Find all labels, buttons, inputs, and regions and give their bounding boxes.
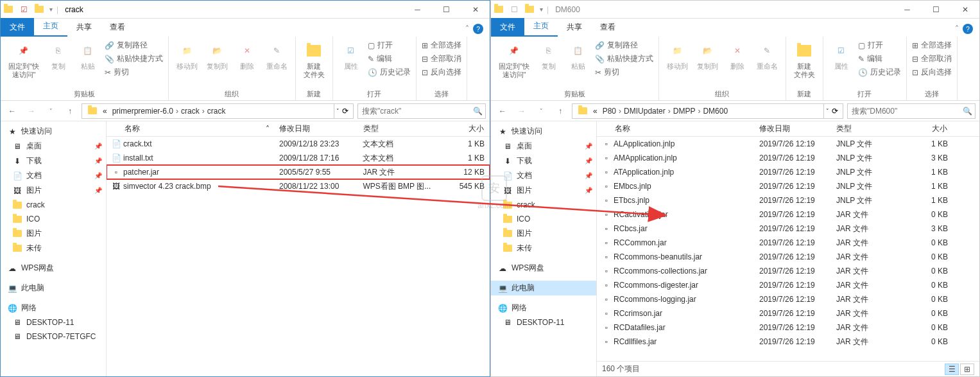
newfolder-button[interactable]: 新建 文件夹 — [301, 39, 327, 80]
search-icon[interactable]: 🔍 — [959, 107, 975, 116]
recent-dropdown-icon[interactable]: ˅ — [533, 103, 549, 119]
sidebar-item-桌面[interactable]: 🖥桌面📌 — [1, 139, 106, 153]
close-button[interactable]: ✕ — [950, 1, 979, 19]
selectnone-button[interactable]: ⊟全部取消 — [912, 53, 952, 65]
paste-button[interactable]: 📋 粘贴 — [75, 39, 101, 72]
maximize-button[interactable]: ☐ — [432, 1, 461, 19]
forward-button[interactable]: → — [24, 103, 39, 119]
breadcrumb[interactable]: « primerpremier-6.0› crack› crack ˅⟳ — [82, 103, 354, 119]
table-row[interactable]: ▫RCcommons-logging.jar2019/7/26 12:19JAR… — [597, 292, 979, 306]
minimize-button[interactable]: ─ — [893, 1, 922, 19]
tab-view[interactable]: 查看 — [101, 18, 134, 37]
table-row[interactable]: ▫RCbcs.jar2019/7/26 12:19JAR 文件3 KB — [597, 222, 979, 236]
sidebar-item-ICO[interactable]: ICO — [1, 212, 106, 226]
col-type[interactable]: 类型 — [358, 121, 442, 136]
refresh-icon[interactable]: ⟳ — [832, 107, 838, 116]
sort-indicator-icon[interactable]: ˄ — [261, 121, 274, 136]
table-row[interactable]: ▫RCactivation.jar2019/7/26 12:19JAR 文件0 … — [597, 207, 979, 222]
table-row[interactable]: 📄crack.txt2009/12/18 23:23文本文档1 KB — [107, 137, 490, 151]
sidebar-item-ICO[interactable]: ICO — [491, 212, 596, 226]
sidebar-item-此电脑[interactable]: 💻此电脑 — [1, 281, 106, 295]
sidebar-item-网络[interactable]: 🌐网络 — [1, 301, 106, 315]
col-size[interactable]: 大小 — [442, 121, 490, 136]
qat-dropdown-icon[interactable]: ▾ — [537, 6, 546, 13]
sidebar-item-未传[interactable]: 未传 — [1, 241, 106, 256]
icons-view-icon[interactable]: ⊞ — [960, 364, 974, 375]
table-row[interactable]: ▫ALApplication.jnlp2019/7/26 12:19JNLP 文… — [597, 137, 979, 151]
selectnone-button[interactable]: ⊟全部取消 — [422, 53, 461, 65]
col-type[interactable]: 类型 — [831, 121, 908, 136]
up-button[interactable]: ↑ — [553, 103, 568, 119]
sidebar-item-未传[interactable]: 未传 — [491, 241, 596, 256]
copy-path-button[interactable]: 🔗复制路径 — [595, 39, 653, 51]
table-row[interactable]: ▫AMApplication.jnlp2019/7/26 12:19JNLP 文… — [597, 151, 979, 165]
copyto-button[interactable]: 📂复制到 — [204, 39, 230, 72]
col-size[interactable]: 大小 — [908, 121, 953, 136]
minimize-button[interactable]: ─ — [403, 1, 432, 19]
history-button[interactable]: 🕓历史记录 — [368, 66, 411, 78]
sidebar-item-DESKTOP-11[interactable]: 🖥DESKTOP-11 — [1, 315, 106, 329]
check-icon[interactable]: ☐ — [509, 4, 519, 15]
copy-button[interactable]: ⎘ 复制 — [46, 39, 71, 72]
tab-view[interactable]: 查看 — [591, 18, 624, 37]
delete-button[interactable]: ✕删除 — [234, 39, 260, 72]
copy-button[interactable]: ⎘复制 — [536, 39, 562, 72]
open-button[interactable]: ▢打开 — [368, 39, 411, 51]
table-row[interactable]: ▫EMbcs.jnlp2019/7/26 12:19JNLP 文件1 KB — [597, 179, 979, 193]
recent-dropdown-icon[interactable]: ˅ — [43, 103, 58, 119]
sidebar-item-WPS网盘[interactable]: ☁WPS网盘 — [1, 261, 106, 276]
moveto-button[interactable]: 📁移动到 — [174, 39, 200, 72]
dropdown-icon[interactable]: ˅ — [826, 108, 832, 114]
dropdown-icon[interactable]: ˅ — [336, 108, 342, 114]
close-button[interactable]: ✕ — [461, 1, 490, 19]
sidebar-item-桌面[interactable]: 🖥桌面📌 — [491, 139, 596, 153]
rename-button[interactable]: ✎重命名 — [264, 39, 290, 72]
tab-share[interactable]: 共享 — [67, 18, 101, 37]
table-row[interactable]: ▫ATApplication.jnlp2019/7/26 12:19JNLP 文… — [597, 165, 979, 179]
table-row[interactable]: 🖼simvector 4.23 crack.bmp2008/11/22 13:0… — [107, 179, 490, 193]
sidebar-item-下载[interactable]: ⬇下载📌 — [1, 153, 106, 168]
paste-shortcut-button[interactable]: 📎粘贴快捷方式 — [595, 53, 653, 65]
collapse-ribbon-icon[interactable]: ˄ — [465, 24, 469, 33]
sidebar-item-crack[interactable]: crack — [1, 198, 106, 212]
open-button[interactable]: ▢打开 — [858, 39, 901, 51]
selectall-button[interactable]: ⊞全部选择 — [912, 39, 952, 51]
sidebar-item-此电脑[interactable]: 💻此电脑 — [491, 281, 596, 295]
edit-button[interactable]: ✎编辑 — [858, 53, 901, 65]
history-button[interactable]: 🕓历史记录 — [858, 66, 901, 78]
tab-share[interactable]: 共享 — [558, 18, 591, 37]
edit-button[interactable]: ✎编辑 — [368, 53, 411, 65]
search-icon[interactable]: 🔍 — [470, 107, 485, 116]
properties-button[interactable]: ☑属性 — [338, 39, 364, 72]
cut-button[interactable]: ✂剪切 — [595, 66, 653, 78]
sidebar-item-网络[interactable]: 🌐网络 — [491, 301, 596, 315]
search-box[interactable]: 🔍 — [357, 103, 486, 119]
sidebar-item-图片[interactable]: 🖼图片📌 — [1, 183, 106, 198]
table-row[interactable]: ▫RCdllfiles.jar2019/7/26 12:19JAR 文件0 KB — [597, 335, 979, 349]
pin-button[interactable]: 📌固定到"快 速访问" — [496, 39, 532, 80]
search-input[interactable] — [358, 107, 470, 116]
copy-path-button[interactable]: 🔗复制路径 — [105, 39, 163, 51]
sidebar-item-快速访问[interactable]: ★快速访问 — [491, 124, 596, 139]
tab-home[interactable]: 主页 — [524, 17, 558, 37]
sidebar-item-DESKTOP-7ETGFC[interactable]: 🖥DESKTOP-7ETGFC — [1, 329, 106, 344]
sidebar-item-快速访问[interactable]: ★快速访问 — [1, 124, 106, 139]
tab-home[interactable]: 主页 — [34, 17, 67, 37]
col-name[interactable]: 名称 — [107, 121, 261, 136]
sidebar-item-crack[interactable]: crack — [491, 198, 596, 212]
back-button[interactable]: ← — [4, 103, 20, 119]
details-view-icon[interactable]: ☰ — [945, 364, 959, 375]
cut-button[interactable]: ✂剪切 — [105, 66, 163, 78]
invert-button[interactable]: ⊡反向选择 — [912, 66, 952, 78]
sidebar-item-文档[interactable]: 📄文档📌 — [1, 168, 106, 183]
sidebar-item-WPS网盘[interactable]: ☁WPS网盘 — [491, 261, 596, 276]
table-row[interactable]: ▫RCCommon.jar2019/7/26 12:19JAR 文件0 KB — [597, 236, 979, 250]
maximize-button[interactable]: ☐ — [922, 1, 950, 19]
help-icon[interactable]: ? — [473, 24, 483, 34]
sidebar-item-图片[interactable]: 图片 — [491, 226, 596, 241]
breadcrumb[interactable]: « P80› DMIUpdater› DMPP› DM600 ˅⟳ — [572, 103, 843, 119]
pin-button[interactable]: 📌 固定到"快 速访问" — [6, 39, 42, 80]
collapse-ribbon-icon[interactable]: ˄ — [955, 24, 959, 33]
check-icon[interactable]: ☑ — [19, 4, 29, 15]
file-list[interactable]: 📄crack.txt2009/12/18 23:23文本文档1 KB📄insta… — [107, 137, 490, 376]
